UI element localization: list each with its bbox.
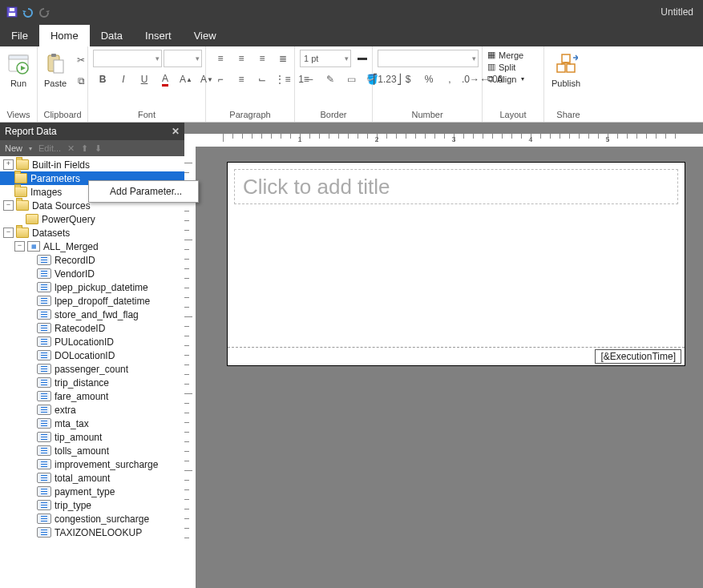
tree-field[interactable]: lpep_pickup_datetime	[0, 280, 184, 294]
justify-icon[interactable]: ≣	[273, 50, 293, 67]
save-icon[interactable]	[5, 5, 19, 19]
tree-field[interactable]: lpep_dropoff_datetime	[0, 294, 184, 308]
report-data-toolbar: New ▾ Edit... ✕ ⬆ ⬇	[0, 140, 184, 156]
report-data-panel: Report Data ✕ New ▾ Edit... ✕ ⬆ ⬇ +Built…	[0, 123, 184, 588]
font-family-combo[interactable]: ▾	[93, 50, 162, 67]
svg-rect-4	[9, 55, 28, 59]
tree-field[interactable]: congestion_surcharge	[0, 512, 184, 526]
tree-node-powerquery[interactable]: PowerQuery	[0, 212, 184, 226]
split-button[interactable]: ▥Split	[487, 62, 515, 72]
tab-insert[interactable]: Insert	[134, 25, 183, 46]
align-center-icon[interactable]: ≡	[232, 50, 251, 67]
field-icon	[37, 527, 51, 538]
tree-field[interactable]: DOLocationID	[0, 348, 184, 362]
decrease-decimal-icon[interactable]: .0→	[461, 70, 480, 88]
tree-node-builtin[interactable]: +Built-in Fields	[0, 158, 184, 171]
paste-button[interactable]: Paste	[42, 50, 68, 88]
window-title: Untitled	[661, 6, 698, 18]
italic-icon[interactable]: I	[114, 70, 133, 88]
tree-field[interactable]: passenger_count	[0, 362, 184, 376]
field-icon	[37, 268, 51, 279]
underline-icon[interactable]: U	[135, 70, 154, 88]
tree-field[interactable]: trip_type	[0, 498, 184, 512]
valign-top-icon[interactable]: ⌐	[211, 70, 230, 88]
pen-color-icon[interactable]: ✎	[321, 70, 340, 88]
field-label: DOLocationID	[55, 350, 115, 361]
align-left-icon[interactable]: ≡	[211, 50, 230, 67]
context-menu: Add Parameter...	[88, 180, 199, 203]
align-button[interactable]: ⧉Align▾	[487, 74, 524, 84]
move-down-icon[interactable]: ⬇	[95, 143, 102, 154]
grow-font-icon[interactable]: A▲	[176, 70, 196, 88]
svg-rect-10	[567, 64, 575, 72]
border-box-icon[interactable]: ▭	[341, 70, 361, 88]
delete-icon[interactable]: ✕	[67, 143, 75, 154]
font-color-icon[interactable]: A	[156, 70, 175, 88]
border-width-combo[interactable]: 1 pt▾	[300, 50, 351, 67]
tree-field[interactable]: tolls_amount	[0, 444, 184, 457]
tree-field[interactable]: payment_type	[0, 485, 184, 498]
align-right-icon[interactable]: ≡	[253, 50, 272, 67]
tab-data[interactable]: Data	[90, 25, 134, 46]
tab-file[interactable]: File	[0, 25, 39, 46]
tree-field[interactable]: trip_distance	[0, 376, 184, 389]
tree-field[interactable]: PULocationID	[0, 335, 184, 348]
report-page[interactable]: Click to add title [&ExecutionTime]	[228, 163, 685, 365]
field-icon	[37, 309, 51, 320]
field-icon	[37, 336, 51, 347]
split-icon: ▥	[487, 62, 495, 72]
tree-field[interactable]: RatecodeID	[0, 321, 184, 335]
undo-icon[interactable]	[21, 5, 35, 19]
title-placeholder[interactable]: Click to add title	[234, 169, 678, 204]
execution-time-textbox[interactable]: [&ExecutionTime]	[595, 349, 681, 364]
new-button[interactable]: New	[5, 143, 22, 153]
menu-bar: File Home Data Insert View	[0, 24, 703, 46]
tree-field[interactable]: RecordID	[0, 253, 184, 267]
field-label: TAXIZONELOOKUP	[55, 527, 142, 538]
report-data-title: Report Data	[5, 126, 57, 137]
tree-field[interactable]: extra	[0, 403, 184, 417]
font-size-combo[interactable]: ▾	[164, 50, 202, 67]
field-label: PULocationID	[55, 336, 114, 348]
tree-field[interactable]: mta_tax	[0, 417, 184, 430]
border-style-icon[interactable]: ─	[300, 70, 319, 88]
field-label: passenger_count	[55, 364, 128, 375]
field-label: tip_amount	[55, 432, 102, 443]
tree-field[interactable]: improvement_surcharge	[0, 457, 184, 471]
tab-home[interactable]: Home	[39, 25, 90, 46]
tree-node-dataset[interactable]: −▦ALL_Merged	[0, 240, 184, 253]
valign-middle-icon[interactable]: ≡	[232, 70, 251, 88]
merge-button[interactable]: ▦Merge	[487, 50, 523, 60]
tree-field[interactable]: TAXIZONELOOKUP	[0, 526, 184, 539]
tree-field[interactable]: total_amount	[0, 471, 184, 485]
placeholder-icon[interactable]: ⎡1.23⎦	[378, 70, 397, 88]
edit-button[interactable]: Edit...	[38, 143, 61, 153]
field-label: VendorID	[55, 268, 95, 280]
tree-field[interactable]: fare_amount	[0, 389, 184, 403]
tree-field[interactable]: tip_amount	[0, 430, 184, 444]
move-up-icon[interactable]: ⬆	[81, 143, 88, 154]
tree-field[interactable]: VendorID	[0, 267, 184, 280]
close-icon[interactable]: ✕	[172, 126, 180, 137]
align-icon: ⧉	[487, 74, 494, 84]
field-icon	[37, 255, 51, 265]
report-data-tree: +Built-in Fields Parameters Images −Data…	[0, 156, 184, 588]
tree-field[interactable]: store_and_fwd_flag	[0, 308, 184, 321]
design-canvas[interactable]: Click to add title [&ExecutionTime]	[196, 147, 703, 588]
tree-node-datasets[interactable]: −Datasets	[0, 226, 184, 240]
tab-view[interactable]: View	[183, 25, 228, 46]
bold-icon[interactable]: B	[93, 70, 112, 88]
redo-icon[interactable]	[37, 5, 51, 19]
report-data-title-bar: Report Data ✕	[0, 123, 184, 140]
publish-button[interactable]: Publish	[549, 50, 583, 88]
border-color-icon[interactable]	[353, 50, 372, 67]
comma-icon[interactable]: ,	[440, 70, 459, 88]
number-format-combo[interactable]: ▾	[378, 50, 479, 67]
valign-bottom-icon[interactable]: ⌙	[253, 70, 272, 88]
run-button[interactable]: Run	[5, 50, 32, 88]
currency-icon[interactable]: $	[398, 70, 418, 88]
field-label: total_amount	[55, 473, 110, 484]
add-parameter-menuitem[interactable]: Add Parameter...	[91, 183, 196, 200]
percent-icon[interactable]: %	[419, 70, 438, 88]
bullets-icon[interactable]: ⋮≡	[273, 70, 293, 88]
